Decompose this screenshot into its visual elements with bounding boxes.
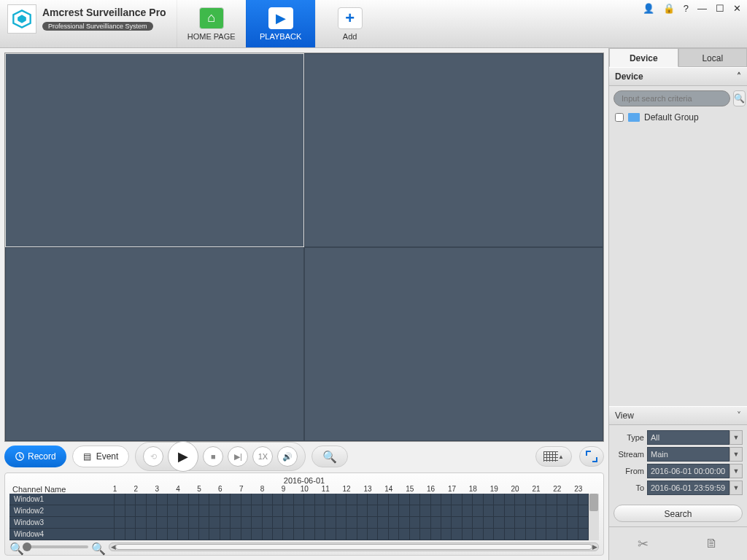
help-icon[interactable]: ?: [684, 3, 689, 14]
from-dropdown-icon[interactable]: ▼: [729, 464, 743, 478]
search-icon-button[interactable]: 🔍: [733, 90, 746, 106]
brand: Amcrest Surveillance Pro Professional Su…: [0, 0, 174, 38]
to-input[interactable]: 2016-06-01 23:59:59: [647, 481, 729, 495]
clock-icon: [15, 451, 25, 462]
video-cell-2[interactable]: [304, 53, 603, 247]
play-button[interactable]: ▶: [168, 441, 198, 472]
video-cell-4[interactable]: [304, 247, 603, 441]
search-input[interactable]: [614, 90, 730, 106]
to-dropdown-icon[interactable]: ▼: [729, 481, 743, 495]
record-button[interactable]: Record: [4, 446, 66, 467]
video-grid: [4, 52, 604, 442]
channel-names: Window1Window2Window3Window4: [9, 494, 104, 540]
group-label: Default Group: [644, 112, 699, 122]
timeline-vscroll[interactable]: [589, 494, 599, 540]
svg-marker-1: [18, 15, 26, 23]
tab-home-label: HOME PAGE: [187, 32, 236, 41]
to-label: To: [614, 483, 647, 492]
tab-add[interactable]: + Add: [315, 0, 384, 47]
close-icon[interactable]: ✕: [733, 3, 741, 14]
main-tabs: ⌂ HOME PAGE ▶ PLAYBACK + Add: [177, 0, 384, 47]
side-panel: Device Local Device ˄ 🔍 Default Group Vi…: [608, 48, 747, 560]
minimize-icon[interactable]: —: [697, 3, 707, 14]
device-tree-item[interactable]: Default Group: [609, 111, 747, 124]
zoom-slider[interactable]: [23, 545, 88, 548]
channel-name: Window1: [9, 494, 104, 505]
stop-button[interactable]: ■: [203, 446, 223, 467]
magnifier-icon: 🔍: [322, 450, 337, 464]
top-bar: Amcrest Surveillance Pro Professional Su…: [0, 0, 747, 48]
stream-select[interactable]: Main: [647, 447, 729, 462]
from-label: From: [614, 467, 647, 475]
play-controls: ⟲ ▶ ■ ▶| 1X 🔊: [135, 442, 306, 471]
channel-header: Channel Name: [9, 485, 104, 494]
chevron-up-icon: ˄: [737, 71, 741, 82]
search-icon: 🔍: [734, 93, 745, 104]
tab-device[interactable]: Device: [609, 48, 678, 67]
video-cell-3[interactable]: [5, 247, 304, 441]
from-input[interactable]: 2016-06-01 00:00:00: [647, 464, 729, 478]
app-subtitle: Professional Surveilliance System: [42, 22, 153, 31]
cut-icon[interactable]: ✂: [638, 536, 649, 552]
playback-icon: ▶: [268, 7, 293, 29]
scroll-right-icon[interactable]: ▶: [591, 543, 598, 551]
speed-button[interactable]: 1X: [252, 446, 273, 467]
type-label: Type: [614, 433, 647, 442]
volume-button[interactable]: 🔊: [277, 446, 298, 467]
timeline-hscroll[interactable]: ◀ ▶: [109, 542, 599, 551]
tab-playback-label: PLAYBACK: [260, 32, 301, 41]
playback-controls: Record ▤ Event ⟲ ▶ ■ ▶| 1X 🔊 🔍 ▲: [4, 442, 604, 471]
window-controls: 👤 🔒 ? — ☐ ✕: [643, 3, 741, 14]
tab-home[interactable]: ⌂ HOME PAGE: [177, 0, 246, 47]
timeline-grid[interactable]: [104, 494, 589, 540]
home-icon: ⌂: [199, 7, 224, 29]
section-view-header[interactable]: View ˅: [609, 406, 747, 425]
export-icon[interactable]: 🗎: [705, 536, 719, 551]
lock-icon[interactable]: 🔒: [663, 3, 675, 14]
tab-playback[interactable]: ▶ PLAYBACK: [246, 0, 315, 47]
folder-icon: [628, 113, 640, 122]
event-button[interactable]: ▤ Event: [72, 446, 130, 467]
zoom-button[interactable]: 🔍: [311, 446, 348, 467]
video-cell-1[interactable]: [5, 53, 304, 247]
type-select[interactable]: All: [647, 430, 729, 445]
fullscreen-icon: [586, 451, 597, 462]
plus-icon: +: [338, 7, 363, 29]
hour-labels: 1234567891011121314151617181920212223: [104, 485, 589, 494]
rewind-button[interactable]: ⟲: [143, 446, 163, 467]
next-button[interactable]: ▶|: [228, 446, 248, 467]
layout-button[interactable]: ▲: [535, 446, 572, 467]
channel-name: Window2: [9, 505, 104, 517]
channel-name: Window3: [9, 517, 104, 529]
timeline-date: 2016-06-01: [9, 476, 599, 485]
channel-name: Window4: [9, 529, 104, 540]
fullscreen-button[interactable]: [579, 446, 604, 467]
tab-local[interactable]: Local: [678, 48, 748, 67]
stream-dropdown-icon[interactable]: ▼: [729, 447, 743, 462]
list-icon: ▤: [83, 451, 93, 462]
app-title: Amcrest Surveillance Pro: [42, 7, 166, 18]
search-button[interactable]: Search: [614, 505, 743, 522]
group-checkbox[interactable]: [615, 113, 624, 122]
section-device-header[interactable]: Device ˄: [609, 67, 747, 86]
stream-label: Stream: [614, 450, 647, 459]
maximize-icon[interactable]: ☐: [716, 3, 724, 14]
grid-icon: [543, 451, 558, 462]
timeline: 2016-06-01 Channel Name 1234567891011121…: [4, 472, 604, 556]
type-dropdown-icon[interactable]: ▼: [729, 430, 743, 445]
zoom-in-icon[interactable]: 🔍: [91, 542, 101, 552]
tab-add-label: Add: [343, 32, 357, 41]
user-icon[interactable]: 👤: [643, 3, 654, 14]
brand-logo-icon: [7, 4, 36, 34]
zoom-out-icon[interactable]: 🔍: [9, 542, 20, 552]
chevron-down-icon: ˅: [737, 411, 741, 421]
